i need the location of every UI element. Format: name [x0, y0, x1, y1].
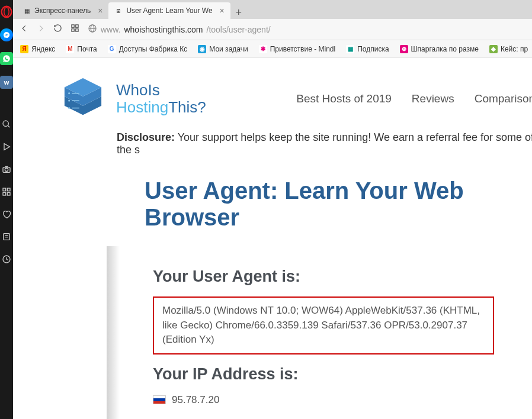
svg-line-3: [8, 125, 9, 127]
card-shadow: [107, 246, 120, 419]
speed-dial-button[interactable]: [70, 24, 79, 35]
svg-point-6: [5, 168, 8, 171]
svg-rect-18: [76, 29, 78, 31]
svg-rect-7: [3, 188, 6, 191]
svg-point-25: [68, 100, 70, 102]
flag-icon: [153, 395, 166, 404]
bookmark-item[interactable]: ✱Приветствие - Mindl: [259, 45, 335, 53]
whatsapp-icon[interactable]: [0, 52, 13, 65]
nav-link[interactable]: Best Hosts of 2019: [296, 92, 392, 105]
bookmark-label: Приветствие - Mindl: [270, 45, 335, 53]
ua-heading: Your User Agent is:: [153, 267, 532, 286]
reload-button[interactable]: [53, 24, 62, 35]
close-icon[interactable]: ×: [220, 6, 225, 15]
history-icon[interactable]: [1, 253, 12, 265]
bookmark-label: Почта: [77, 45, 97, 53]
bookmark-item[interactable]: ▦Подписка: [346, 45, 389, 53]
toolbar: www.whoishostingthis.com/tools/user-agen…: [13, 19, 532, 40]
svg-point-2: [3, 121, 8, 126]
svg-point-27: [68, 107, 70, 109]
bookmarks-bar: ЯЯндексMПочтаGДоступы Фабрика Кс◉Мои зад…: [13, 40, 532, 58]
svg-rect-28: [72, 108, 79, 109]
search-icon[interactable]: [1, 118, 12, 130]
tab-title: User Agent: Learn Your We: [126, 7, 212, 15]
tab-bar: ▦ Экспресс-панель × 🗎 User Agent: Learn …: [13, 0, 532, 19]
vk-icon[interactable]: w: [0, 76, 13, 89]
bookmark-item[interactable]: MПочта: [66, 45, 97, 53]
bookmark-label: Кейс: пр: [501, 45, 528, 53]
bookmark-icon: G: [108, 45, 116, 53]
forward-button[interactable]: [37, 24, 45, 35]
bookmark-icon: ▦: [346, 45, 354, 53]
logo-this: This?: [168, 98, 206, 116]
bookmark-item[interactable]: ◉Мои задачи: [198, 45, 248, 53]
svg-rect-26: [72, 100, 79, 101]
logo-is: Is: [148, 81, 159, 99]
svg-point-1: [4, 8, 9, 17]
page-title: User Agent: Learn Your Web Browser: [13, 165, 532, 246]
disclosure-label: Disclosure:: [117, 131, 175, 143]
disclosure-text: Disclosure: Your support helps keep the …: [13, 128, 532, 165]
info-card: Your User Agent is: Mozilla/5.0 (Windows…: [107, 246, 532, 419]
server-icon: [59, 78, 107, 120]
ip-address: 95.78.7.20: [172, 394, 219, 406]
url-prefix: www.: [101, 25, 120, 34]
apps-icon[interactable]: [1, 186, 12, 198]
svg-rect-9: [3, 192, 6, 195]
page-icon: 🗎: [114, 7, 123, 15]
bookmark-label: Мои задачи: [209, 45, 248, 53]
bookmark-icon: ◉: [198, 45, 206, 53]
nav-link[interactable]: Reviews: [412, 92, 454, 105]
svg-point-0: [2, 7, 12, 17]
speed-dial-icon: ▦: [23, 7, 31, 15]
site-info-icon[interactable]: [88, 24, 97, 35]
messenger-icon[interactable]: [0, 28, 13, 41]
ua-string-box: Mozilla/5.0 (Windows NT 10.0; WOW64) App…: [153, 296, 494, 354]
heart-icon[interactable]: [1, 208, 12, 220]
bookmark-label: Яндекс: [31, 45, 55, 53]
bookmark-item[interactable]: ⊛Шпаргалка по разме: [400, 45, 479, 53]
svg-marker-4: [4, 144, 9, 150]
new-tab-button[interactable]: +: [230, 7, 247, 19]
camera-icon[interactable]: [1, 163, 12, 175]
tab-title: Экспресс-панель: [34, 7, 91, 15]
svg-rect-8: [7, 188, 10, 191]
ip-heading: Your IP Address is:: [153, 365, 532, 383]
bookmark-icon: ⊛: [400, 45, 408, 53]
back-button[interactable]: [20, 24, 28, 35]
bookmark-item[interactable]: ◆Кейс: пр: [489, 45, 528, 53]
news-icon[interactable]: [1, 231, 12, 243]
svg-rect-15: [72, 25, 74, 27]
info-heading: Browser Information:: [153, 417, 532, 419]
page-content: WhoIs HostingThis? Best Hosts of 2019 Re…: [13, 58, 532, 419]
close-icon[interactable]: ×: [98, 6, 102, 15]
browser-tab[interactable]: 🗎 User Agent: Learn Your We ×: [108, 2, 230, 19]
play-icon[interactable]: [1, 141, 12, 153]
logo-hosting: Hosting: [116, 98, 168, 116]
bookmark-label: Шпаргалка по разме: [411, 45, 479, 53]
site-logo[interactable]: WhoIs HostingThis?: [59, 78, 206, 120]
bookmark-icon: Я: [20, 45, 28, 53]
browser-tab[interactable]: ▦ Экспресс-панель ×: [17, 2, 108, 19]
bookmark-label: Доступы Фабрика Кс: [119, 45, 188, 53]
address-bar[interactable]: www.whoishostingthis.com/tools/user-agen…: [88, 24, 528, 35]
url-path: /tools/user-agent/: [207, 25, 271, 34]
svg-rect-17: [72, 29, 74, 31]
bookmark-item[interactable]: GДоступы Фабрика Кс: [108, 45, 188, 53]
bookmark-item[interactable]: ЯЯндекс: [20, 45, 55, 53]
url-domain: whoishostingthis.com: [124, 25, 203, 34]
svg-rect-16: [76, 25, 78, 27]
svg-point-29: [68, 92, 70, 94]
svg-rect-30: [72, 93, 79, 94]
bookmark-icon: ✱: [259, 45, 267, 53]
bookmark-icon: M: [66, 45, 74, 53]
logo-who: Who: [116, 81, 148, 99]
main-area: ▦ Экспресс-панель × 🗎 User Agent: Learn …: [13, 0, 532, 419]
opera-logo-icon[interactable]: [1, 6, 12, 18]
svg-rect-10: [7, 192, 10, 195]
site-nav: Best Hosts of 2019 Reviews Comparison: [296, 92, 532, 105]
opera-sidebar: w: [0, 0, 13, 419]
bookmark-icon: ◆: [489, 45, 498, 53]
bookmark-label: Подписка: [357, 45, 389, 53]
nav-link[interactable]: Comparison: [475, 92, 532, 105]
